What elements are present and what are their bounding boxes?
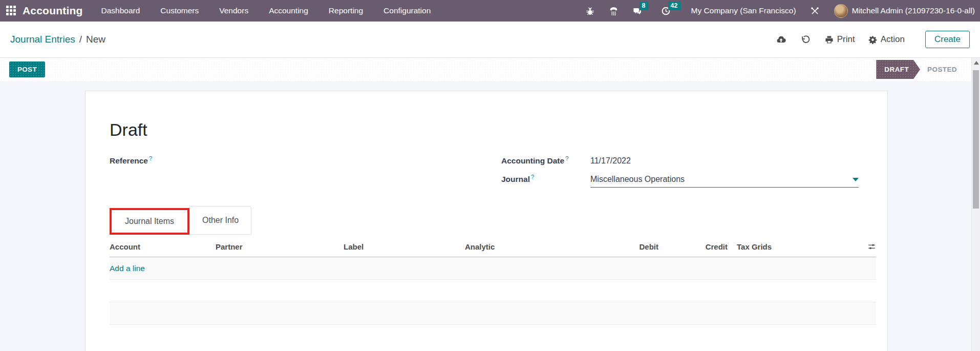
empty-row-3 (110, 325, 876, 351)
breadcrumb: Journal Entries / New (0, 34, 105, 45)
menu-vendors[interactable]: Vendors (219, 6, 248, 15)
tab-journal-items[interactable]: Journal Items (112, 210, 187, 233)
col-analytic: Analytic (465, 242, 588, 251)
col-account: Account (110, 242, 216, 251)
table-header-row: Account Partner Label Analytic Debit Cre… (110, 237, 876, 257)
user-menu[interactable]: Mitchell Admin (21097230-16-0-all) (834, 4, 975, 18)
action-label: Action (881, 34, 905, 45)
journal-value: Miscellaneous Operations (590, 175, 853, 184)
menu-customers[interactable]: Customers (160, 6, 199, 15)
menu-configuration[interactable]: Configuration (384, 6, 431, 15)
notebook-tabs: Journal Items Other Info (110, 206, 876, 235)
empty-row-1 (110, 280, 876, 302)
accounting-date-value[interactable]: 11/17/2022 (590, 156, 631, 166)
journal-help-icon: ? (531, 174, 534, 180)
col-tax-grids: Tax Grids (728, 242, 819, 251)
messages-icon[interactable]: 8 (632, 5, 643, 16)
user-name: Mitchell Admin (21097230-16-0-all) (852, 6, 975, 15)
journal-items-table: Account Partner Label Analytic Debit Cre… (110, 237, 876, 351)
print-button[interactable]: Print (825, 34, 855, 45)
col-debit: Debit (588, 242, 658, 251)
col-label: Label (344, 242, 465, 251)
col-partner: Partner (216, 242, 344, 251)
add-line-row: Add a line (110, 257, 876, 280)
vertical-scrollbar[interactable] (971, 58, 980, 351)
empty-row-2 (110, 302, 876, 325)
create-button[interactable]: Create (925, 31, 970, 48)
activities-count-badge: 42 (668, 2, 680, 10)
journal-label: Journal? (501, 174, 590, 184)
post-button[interactable]: POST (9, 61, 45, 77)
discard-undo-icon[interactable] (800, 34, 812, 45)
app-name: Accounting (23, 5, 83, 17)
activities-clock-icon[interactable]: 42 (661, 5, 672, 16)
chevron-down-icon (853, 178, 859, 181)
apps-menu-icon[interactable] (6, 6, 16, 16)
action-button[interactable]: Action (868, 34, 905, 45)
state-draft[interactable]: DRAFT (876, 60, 920, 79)
company-switcher[interactable]: My Company (San Francisco) (691, 6, 796, 15)
menu-dashboard[interactable]: Dashboard (101, 6, 140, 15)
add-a-line-link[interactable]: Add a line (110, 264, 145, 273)
status-strip: POST DRAFT POSTED (0, 58, 971, 81)
reference-label: Reference? (110, 155, 152, 166)
fields-row: Reference? Accounting Date? 11/17/2022 J… (110, 155, 876, 196)
state-posted[interactable]: POSTED (927, 66, 957, 73)
breadcrumb-current: New (86, 34, 105, 45)
navbar-menus: Dashboard Customers Vendors Accounting R… (101, 6, 431, 15)
col-credit: Credit (658, 242, 728, 251)
scrollbar-thumb[interactable] (973, 70, 979, 209)
top-navbar: Accounting Dashboard Customers Vendors A… (0, 0, 980, 22)
control-panel: Journal Entries / New Print Action Creat… (0, 22, 980, 58)
breadcrumb-separator: / (79, 34, 82, 45)
form-sheet: Draft Reference? Accounting Date? 11/17/… (85, 91, 888, 351)
accounting-date-field: Accounting Date? 11/17/2022 (501, 155, 859, 166)
journal-select[interactable]: Miscellaneous Operations (590, 175, 859, 188)
odoo-accounting-screen: Accounting Dashboard Customers Vendors A… (0, 0, 980, 351)
control-panel-actions: Print Action Create (776, 31, 980, 48)
menu-reporting[interactable]: Reporting (329, 6, 363, 15)
breadcrumb-journal-entries[interactable]: Journal Entries (10, 34, 75, 45)
save-cloud-icon[interactable] (776, 34, 787, 45)
bug-icon[interactable] (585, 5, 596, 16)
optional-columns-icon[interactable] (863, 242, 876, 251)
phone-dialer-icon[interactable] (608, 5, 620, 16)
scrollbar-up-icon[interactable] (974, 61, 979, 65)
accounting-date-label: Accounting Date? (501, 155, 590, 166)
print-label: Print (837, 34, 855, 45)
messages-count-badge: 8 (640, 2, 648, 10)
statusbar: DRAFT POSTED (876, 60, 971, 79)
journal-field: Journal? Miscellaneous Operations (501, 174, 859, 188)
avatar (834, 4, 848, 18)
reference-help-icon: ? (149, 155, 152, 161)
tools-icon[interactable] (809, 5, 821, 16)
navbar-right: 8 42 My Company (San Francisco) Mitchell… (585, 4, 980, 18)
navbar-left: Accounting (0, 5, 83, 17)
menu-accounting[interactable]: Accounting (269, 6, 308, 15)
annotation-red-box: Journal Items (110, 208, 189, 235)
record-title: Draft (110, 120, 876, 140)
accounting-date-help-icon: ? (565, 155, 568, 161)
reference-field[interactable]: Reference? (110, 155, 501, 166)
tab-other-info[interactable]: Other Info (189, 206, 251, 235)
